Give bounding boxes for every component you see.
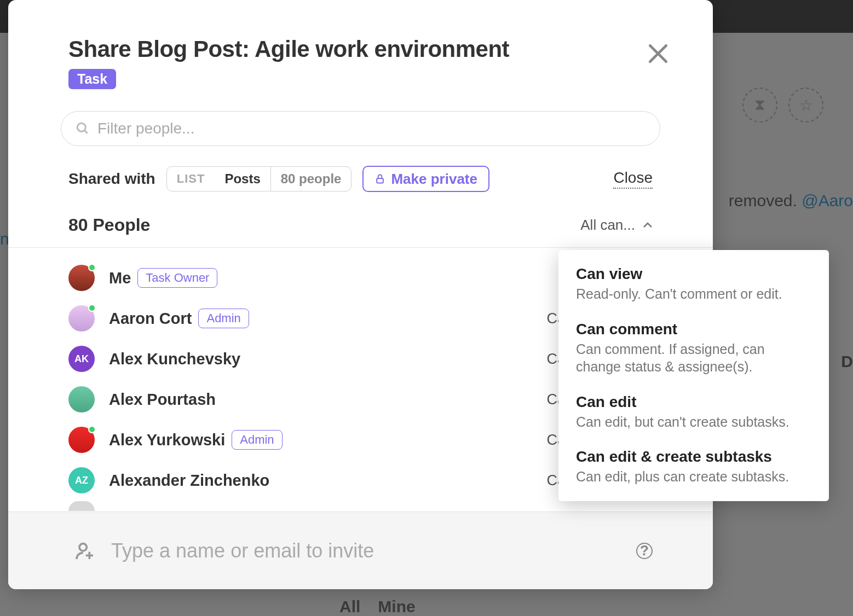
permission-option-title: Can edit & create subtasks (576, 448, 811, 466)
chevron-up-icon (643, 222, 653, 229)
shared-segments: LIST Posts 80 people (166, 166, 352, 191)
permission-option-desc: Can edit, plus can create subtasks. (576, 468, 811, 486)
svg-point-2 (77, 123, 85, 131)
svg-point-5 (79, 543, 87, 550)
avatar[interactable] (68, 265, 95, 291)
permission-option-desc: Read-only. Can't comment or edit. (576, 285, 811, 303)
online-indicator (88, 304, 96, 312)
permission-option[interactable]: Can commentCan comment. If assigned, can… (576, 321, 811, 376)
permission-option-desc: Can edit, but can't create subtasks. (576, 413, 811, 431)
permissions-menu: Can viewRead-only. Can't comment or edit… (558, 250, 829, 501)
avatar[interactable]: AZ (68, 467, 95, 493)
modal-title: Share Blog Post: Agile work environment (68, 36, 660, 62)
permission-option[interactable]: Can editCan edit, but can't create subta… (576, 393, 811, 431)
person-name: Alex Kunchevsky (109, 350, 240, 368)
close-link[interactable]: Close (613, 169, 653, 189)
online-indicator (88, 426, 96, 433)
avatar[interactable] (68, 305, 95, 332)
filter-input-wrap[interactable] (61, 111, 660, 146)
invite-footer: ? (8, 512, 713, 589)
segment-list[interactable]: LIST (167, 167, 215, 191)
person-name: Aaron Cort (109, 310, 192, 328)
avatar[interactable] (68, 386, 95, 412)
search-icon (76, 121, 90, 136)
filter-input[interactable] (97, 120, 645, 137)
role-badge: Task Owner (137, 268, 217, 288)
role-badge: Admin (198, 309, 249, 328)
segment-count[interactable]: 80 people (270, 167, 351, 191)
avatar[interactable] (68, 427, 95, 453)
permission-option[interactable]: Can viewRead-only. Can't comment or edit… (576, 265, 811, 303)
svg-rect-4 (377, 178, 384, 183)
person-name: Me (109, 269, 131, 287)
permission-option-title: Can view (576, 265, 811, 283)
avatar[interactable]: AK (68, 346, 95, 372)
permission-option-title: Can comment (576, 321, 811, 338)
lock-icon (374, 173, 385, 185)
person-name: Alex Pourtash (109, 391, 216, 409)
shared-with-label: Shared with (68, 170, 155, 188)
add-person-icon (74, 540, 96, 562)
permission-option-desc: Can comment. If assigned, can change sta… (576, 340, 811, 376)
permission-option-title: Can edit (576, 393, 811, 411)
avatar[interactable] (68, 501, 95, 511)
close-icon[interactable] (646, 42, 670, 66)
task-badge: Task (68, 69, 116, 89)
help-icon[interactable]: ? (636, 543, 653, 559)
role-badge: Admin (232, 430, 282, 450)
permission-option[interactable]: Can edit & create subtasksCan edit, plus… (576, 448, 811, 486)
all-can-dropdown[interactable]: All can... (580, 217, 653, 234)
svg-line-3 (84, 130, 87, 133)
person-name: Alex Yurkowski (109, 431, 225, 449)
invite-input[interactable] (111, 539, 621, 562)
person-name: Alexander Zinchenko (109, 472, 269, 490)
online-indicator (88, 264, 96, 271)
people-count: 80 People (68, 215, 150, 235)
segment-posts[interactable]: Posts (215, 167, 270, 191)
make-private-button[interactable]: Make private (362, 166, 489, 192)
